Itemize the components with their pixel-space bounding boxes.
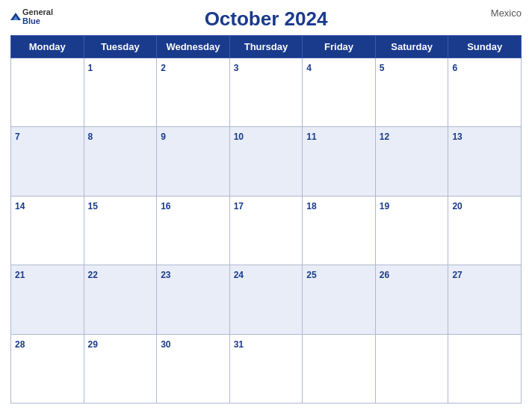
day-number: 26 xyxy=(380,270,389,280)
day-number: 27 xyxy=(452,270,462,280)
calendar-cell: 18 xyxy=(303,196,376,265)
header-saturday: Saturday xyxy=(375,36,448,58)
day-number: 5 xyxy=(380,63,385,73)
day-number: 18 xyxy=(306,201,316,211)
calendar-cell: 7 xyxy=(11,127,84,196)
week-row: 78910111213 xyxy=(11,127,522,196)
day-number: 29 xyxy=(88,339,98,350)
calendar-cell: 27 xyxy=(448,265,522,334)
logo-general: General xyxy=(22,7,53,16)
week-row: 21222324252627 xyxy=(11,265,522,334)
logo-icon xyxy=(10,10,21,23)
day-number: 22 xyxy=(88,270,98,280)
day-number: 7 xyxy=(15,132,20,142)
calendar-cell: 26 xyxy=(375,265,448,334)
header: General Blue October 2024 Mexico xyxy=(10,7,522,31)
day-number: 19 xyxy=(380,201,389,211)
day-number: 28 xyxy=(15,339,25,350)
logo-texts: General Blue xyxy=(22,7,53,25)
page: General Blue October 2024 Mexico Monday … xyxy=(0,0,532,411)
day-number: 4 xyxy=(306,63,312,73)
header-sunday: Sunday xyxy=(448,36,522,58)
calendar-cell: 10 xyxy=(229,127,303,196)
calendar-cell: 6 xyxy=(448,58,522,127)
calendar-table: Monday Tuesday Wednesday Thursday Friday… xyxy=(10,35,522,404)
country-label: Mexico xyxy=(491,7,522,19)
week-row: 14151617181920 xyxy=(11,196,522,265)
day-number: 30 xyxy=(161,339,170,350)
calendar-cell: 30 xyxy=(157,334,230,403)
calendar-title: October 2024 xyxy=(205,7,328,31)
logo: General Blue xyxy=(10,7,53,25)
day-number: 11 xyxy=(306,132,316,142)
calendar-cell: 24 xyxy=(229,265,303,334)
header-thursday: Thursday xyxy=(229,36,303,58)
day-number: 20 xyxy=(452,201,462,211)
calendar-cell: 28 xyxy=(11,334,84,403)
day-number: 21 xyxy=(15,270,25,280)
day-number: 2 xyxy=(161,63,166,73)
calendar-cell: 29 xyxy=(84,334,157,403)
day-number: 3 xyxy=(234,63,239,73)
calendar-cell: 4 xyxy=(303,58,376,127)
calendar-cell: 25 xyxy=(303,265,376,334)
calendar-cell: 15 xyxy=(84,196,157,265)
calendar-cell: 1 xyxy=(84,58,157,127)
title-section: October 2024 xyxy=(205,7,328,31)
header-friday: Friday xyxy=(303,36,376,58)
calendar-cell: 2 xyxy=(157,58,230,127)
header-wednesday: Wednesday xyxy=(157,36,230,58)
day-number: 14 xyxy=(15,201,25,211)
week-row: 123456 xyxy=(11,58,522,127)
day-number: 16 xyxy=(161,201,170,211)
calendar-cell: 12 xyxy=(375,127,448,196)
calendar-cell xyxy=(448,334,522,403)
day-number: 23 xyxy=(161,270,170,280)
week-row: 28293031 xyxy=(11,334,522,403)
calendar-cell: 31 xyxy=(229,334,303,403)
calendar-cell: 23 xyxy=(157,265,230,334)
calendar-cell: 3 xyxy=(229,58,303,127)
calendar-cell: 13 xyxy=(448,127,522,196)
calendar-cell: 5 xyxy=(375,58,448,127)
calendar-cell: 22 xyxy=(84,265,157,334)
day-number: 17 xyxy=(234,201,244,211)
calendar-cell: 11 xyxy=(303,127,376,196)
day-number: 31 xyxy=(234,339,244,350)
calendar-cell: 16 xyxy=(157,196,230,265)
day-number: 24 xyxy=(234,270,244,280)
calendar-cell xyxy=(303,334,376,403)
day-number: 25 xyxy=(306,270,316,280)
day-number: 13 xyxy=(452,132,462,142)
calendar-cell: 21 xyxy=(11,265,84,334)
day-number: 6 xyxy=(452,63,457,73)
calendar-cell: 17 xyxy=(229,196,303,265)
header-tuesday: Tuesday xyxy=(84,36,157,58)
header-monday: Monday xyxy=(11,36,84,58)
calendar-cell xyxy=(11,58,84,127)
calendar-cell: 14 xyxy=(11,196,84,265)
calendar-cell: 19 xyxy=(375,196,448,265)
day-number: 12 xyxy=(380,132,389,142)
day-number: 9 xyxy=(161,132,166,142)
calendar-cell xyxy=(375,334,448,403)
logo-blue: Blue xyxy=(22,16,53,25)
day-number: 1 xyxy=(88,63,93,73)
day-number: 8 xyxy=(88,132,93,142)
calendar-cell: 20 xyxy=(448,196,522,265)
calendar-cell: 8 xyxy=(84,127,157,196)
calendar-cell: 9 xyxy=(157,127,230,196)
day-number: 15 xyxy=(88,201,98,211)
weekday-header-row: Monday Tuesday Wednesday Thursday Friday… xyxy=(11,36,522,58)
day-number: 10 xyxy=(234,132,244,142)
